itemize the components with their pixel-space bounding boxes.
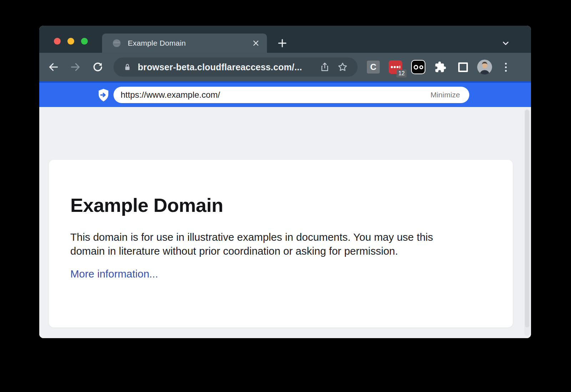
browser-menu-kebab-icon[interactable] [502,61,510,73]
forward-button[interactable] [69,60,82,74]
page-viewport: Example Domain This domain is for use in… [39,107,531,338]
lock-icon[interactable] [123,62,132,72]
page-heading: Example Domain [49,160,513,216]
extensions-puzzle-icon[interactable] [434,60,447,74]
zoom-window-button[interactable] [81,38,88,45]
page-body-text: This domain is for use in illustrative e… [49,216,513,258]
back-button[interactable] [47,60,60,74]
share-icon[interactable] [318,61,331,73]
address-bar[interactable]: browser-beta.cloudflareaccess.com/... [113,57,358,77]
example-domain-card: Example Domain This domain is for use in… [49,160,513,327]
close-window-button[interactable] [54,38,61,45]
globe-favicon-icon [112,39,121,48]
extension-loom-icon[interactable] [411,60,425,74]
panel-square-icon [458,62,468,72]
minimize-window-button[interactable] [67,38,74,45]
extension-badge-count: 12 [396,70,406,77]
isolation-url-text: https://www.example.com/ [121,90,430,100]
tab-close-icon[interactable] [251,38,261,49]
tab-example-domain[interactable]: Example Domain [102,34,267,53]
vertical-scrollbar-track [524,109,530,336]
browser-toolbar: browser-beta.cloudflareaccess.com/... C [39,53,531,81]
vertical-scrollbar-thumb[interactable] [525,110,529,327]
reload-button[interactable] [91,60,105,74]
body-line-2: domain in literature without prior coord… [70,244,513,258]
address-bar-url: browser-beta.cloudflareaccess.com/... [138,62,318,72]
tab-search-chevron-icon[interactable] [500,38,512,49]
more-information-link[interactable]: More information... [70,268,158,280]
isolation-bar: https://www.example.com/ Minimize [39,81,531,107]
tab-strip: Example Domain [39,26,531,53]
browser-window: Example Domain [39,26,531,338]
new-tab-button[interactable] [276,37,288,49]
body-line-1: This domain is for use in illustrative e… [70,230,513,244]
extension-c-label: C [370,62,376,72]
camera-circle-icon [414,65,418,70]
shield-arrow-icon [97,88,110,102]
minimize-bar-button[interactable]: Minimize [430,91,460,99]
tab-title: Example Domain [128,39,251,47]
side-panel-icon[interactable] [456,60,470,74]
profile-avatar[interactable] [477,60,492,75]
camera-circle-icon [419,65,423,69]
screenshot-stage: Example Domain [0,0,571,392]
bookmark-star-icon[interactable] [336,61,349,73]
isolation-url-input[interactable]: https://www.example.com/ Minimize [113,87,469,103]
extension-password-manager-icon[interactable]: 12 [389,60,402,74]
extension-c-icon[interactable]: C [367,61,380,73]
